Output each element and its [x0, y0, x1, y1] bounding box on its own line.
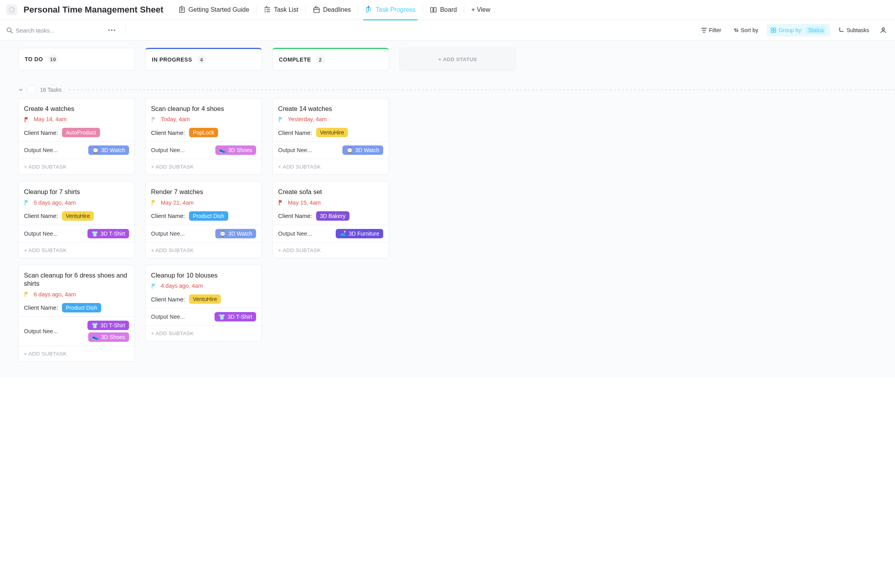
output-pill[interactable]: 3D T-Shirt	[87, 229, 129, 238]
view-tab-board[interactable]: Board	[424, 4, 462, 16]
priority-flag-icon[interactable]	[24, 291, 30, 297]
task-card[interactable]: Create 4 watches May 14, 4am Client Name…	[18, 98, 135, 175]
task-card[interactable]: Cleanup for 7 shirts 5 days ago, 4am Cli…	[18, 181, 135, 258]
client-pill[interactable]: VentuHire	[62, 211, 94, 221]
task-card[interactable]: Cleanup for 10 blouses 4 days ago, 4am C…	[145, 265, 262, 341]
svg-point-6	[265, 9, 266, 11]
column-count: 4	[197, 55, 206, 64]
priority-flag-icon[interactable]	[278, 200, 284, 205]
task-card[interactable]: Create sofa set May 15, 4am Client Name:…	[272, 181, 389, 258]
search-box[interactable]	[6, 27, 100, 34]
client-pill[interactable]: VentuHire	[316, 128, 348, 137]
calendar-icon	[313, 6, 320, 13]
groupby-label: Group by:	[779, 27, 802, 33]
output-pill[interactable]: 3D Furniture	[336, 229, 383, 238]
column-header-inprogress[interactable]: IN PROGRESS4	[145, 48, 262, 71]
group-count-label: 16 Tasks	[40, 87, 62, 93]
column-todo: Create 4 watches May 14, 4am Client Name…	[18, 98, 135, 362]
filter-icon	[701, 28, 707, 33]
filter-button[interactable]: Filter	[697, 25, 725, 36]
client-pill[interactable]: 3D Bakery	[316, 211, 349, 221]
subtasks-button[interactable]: Subtasks	[835, 25, 873, 36]
task-card[interactable]: Scan cleanup for 6 dress shoes and shirt…	[18, 265, 135, 362]
priority-flag-icon[interactable]	[278, 116, 284, 122]
column-title: IN PROGRESS	[152, 56, 192, 63]
due-date[interactable]: 6 days ago, 4am	[34, 291, 76, 298]
divider	[464, 5, 464, 14]
output-pill[interactable]: 3D T-Shirt	[87, 321, 129, 330]
view-tab-deadlines[interactable]: Deadlines	[307, 4, 357, 16]
output-needed-label: Output Nee...	[24, 328, 58, 334]
task-card[interactable]: Scan cleanup for 4 shoes Today, 4am Clie…	[145, 98, 262, 175]
output-pill[interactable]: 3D Watch	[88, 145, 129, 155]
add-subtask-button[interactable]: + ADD SUBTASK	[273, 242, 389, 258]
add-subtask-button[interactable]: + ADD SUBTASK	[146, 325, 262, 341]
group-header[interactable]: 16 Tasks	[18, 74, 895, 98]
add-subtask-button[interactable]: + ADD SUBTASK	[18, 346, 135, 361]
column-header-complete[interactable]: COMPLETE2	[272, 48, 389, 71]
assignee-button[interactable]	[878, 25, 889, 36]
due-date[interactable]: May 21, 4am	[161, 200, 194, 206]
output-pill[interactable]: 3D Watch	[342, 145, 383, 155]
column-inprogress: Scan cleanup for 4 shoes Today, 4am Clie…	[145, 98, 262, 341]
groupby-button[interactable]: Group by: Status	[767, 24, 830, 36]
add-subtask-button[interactable]: + ADD SUBTASK	[18, 159, 135, 174]
add-subtask-button[interactable]: + ADD SUBTASK	[146, 159, 262, 174]
task-title: Create 14 watches	[278, 105, 383, 113]
svg-rect-17	[431, 7, 433, 12]
task-title: Render 7 watches	[151, 188, 256, 196]
divider	[422, 5, 423, 14]
more-menu-button[interactable]	[105, 28, 118, 33]
output-pill[interactable]: 3D Watch	[215, 229, 256, 238]
output-pill[interactable]: 3D T-Shirt	[215, 312, 256, 321]
add-subtask-button[interactable]: + ADD SUBTASK	[146, 242, 262, 258]
client-pill[interactable]: Product Dish	[189, 211, 228, 221]
add-status-button[interactable]: + ADD STATUS	[399, 48, 516, 71]
topbar: Personal Time Management Sheet Getting S…	[0, 0, 895, 20]
output-needed-label: Output Nee...	[278, 147, 312, 153]
task-card[interactable]: Render 7 watches May 21, 4am Client Name…	[145, 181, 262, 258]
priority-flag-icon[interactable]	[24, 200, 30, 205]
sortby-button[interactable]: Sort by	[730, 25, 762, 36]
due-date[interactable]: May 15, 4am	[288, 200, 321, 206]
add-view-button[interactable]: + View	[466, 4, 496, 16]
divider	[306, 5, 306, 14]
board-icon	[366, 6, 373, 13]
filter-label: Filter	[709, 27, 721, 33]
priority-flag-icon[interactable]	[151, 200, 157, 205]
add-subtask-button[interactable]: + ADD SUBTASK	[18, 242, 135, 258]
column-header-todo[interactable]: TO DO10	[18, 48, 135, 71]
svg-rect-27	[774, 31, 776, 33]
due-date[interactable]: 4 days ago, 4am	[161, 283, 203, 289]
due-date[interactable]: Today, 4am	[161, 116, 190, 122]
svg-point-28	[839, 27, 840, 29]
priority-flag-icon[interactable]	[151, 116, 157, 122]
client-pill[interactable]: AutoProduct	[62, 128, 100, 137]
output-needed-label: Output Nee...	[151, 230, 185, 237]
due-date[interactable]: Yesterday, 4am	[288, 116, 327, 122]
client-pill[interactable]: VentuHire	[189, 294, 221, 304]
chevron-down-icon[interactable]	[18, 87, 24, 93]
output-pill[interactable]: 3D Shoes	[88, 332, 129, 342]
add-subtask-button[interactable]: + ADD SUBTASK	[273, 159, 389, 174]
task-card[interactable]: Create 14 watches Yesterday, 4am Client …	[272, 98, 389, 175]
client-name-label: Client Name:	[24, 129, 58, 136]
view-tab-task-progress[interactable]: Task Progress	[360, 4, 421, 16]
client-name-label: Client Name:	[278, 212, 312, 219]
view-tab-task-list[interactable]: Task List	[258, 4, 304, 16]
priority-flag-icon[interactable]	[24, 116, 30, 122]
search-input[interactable]	[16, 27, 78, 34]
toolbar: Filter Sort by Group by: Status Subtasks	[0, 20, 895, 41]
client-pill[interactable]: PopLock	[189, 128, 218, 137]
views-tabs: Getting Started GuideTask ListDeadlinesT…	[173, 4, 496, 16]
output-pill[interactable]: 3D Shoes	[215, 145, 256, 155]
view-tab-getting-started-guide[interactable]: Getting Started Guide	[173, 4, 255, 16]
due-date[interactable]: 5 days ago, 4am	[34, 200, 76, 206]
due-date[interactable]: May 14, 4am	[34, 116, 67, 122]
client-pill[interactable]: Product Dish	[62, 303, 101, 312]
output-needed-label: Output Nee...	[278, 230, 312, 237]
list-icon	[264, 6, 271, 13]
svg-rect-24	[771, 28, 773, 30]
priority-flag-icon[interactable]	[151, 283, 157, 289]
svg-rect-18	[434, 7, 436, 12]
